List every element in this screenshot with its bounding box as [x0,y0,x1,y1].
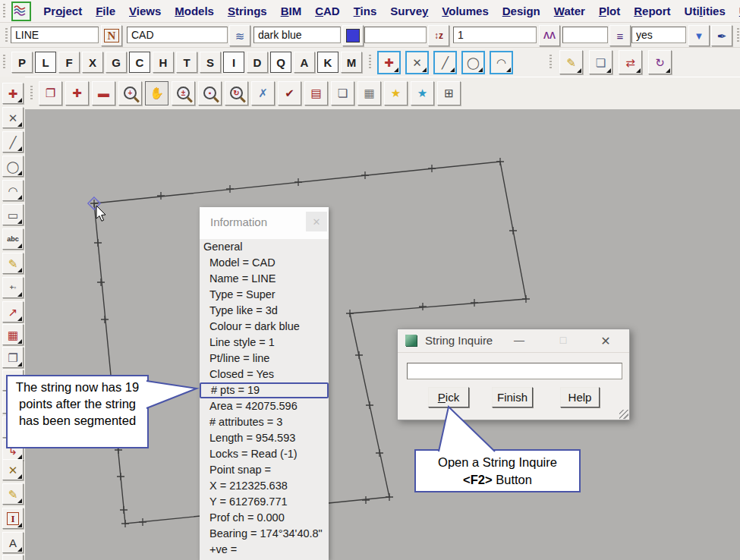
information-close-button[interactable]: ✕ [306,212,327,231]
name-field[interactable] [11,27,99,43]
menu-utilities[interactable]: Utilities [678,5,732,17]
cad-letter-M[interactable]: M [341,52,362,73]
menu-strings[interactable]: Strings [221,5,274,17]
string-inquire-titlebar[interactable]: String Inquire — □ ✕ [398,329,629,353]
colour-swatch-button[interactable] [342,25,364,46]
menu-volumes[interactable]: Volumes [435,5,495,17]
information-titlebar[interactable]: Information ✕ [200,207,329,239]
eyedropper-button[interactable]: ✒ [711,25,732,46]
view-grip[interactable] [30,86,34,101]
menu-survey[interactable]: Survey [383,5,435,17]
redraw-brush-icon-button[interactable]: ✔ [278,81,301,105]
plot-printer-icon-button[interactable]: ▤ [304,81,328,105]
cad-letter-I[interactable]: I [223,52,244,73]
edit-string-icon-button[interactable]: ✎ [2,483,24,505]
zoom-extents-icon-button[interactable]: + [118,81,142,105]
cad-letter-Q[interactable]: Q [270,52,291,73]
menu-design[interactable]: Design [496,5,547,17]
favourite-star-yellow-icon-button[interactable]: ★ [384,81,408,105]
crossing-strings-icon-button[interactable]: ✕ [2,107,24,128]
cad-letter-L[interactable]: L [35,52,56,73]
create-line-icon-button[interactable]: ╱ [2,131,24,153]
help-button[interactable]: Help [560,387,600,407]
line-weight-button[interactable]: ≡ [609,25,631,46]
zoom-in-out-icon-button[interactable]: ± [172,81,195,105]
menu-cad[interactable]: CAD [308,5,347,17]
menu-water[interactable]: Water [547,5,592,17]
string-swap-arrows-icon-button[interactable]: ⇄ [619,50,642,74]
finish-button[interactable]: Finish [492,387,533,407]
inquire-icon-button[interactable]: I [2,508,24,529]
menu-bim[interactable]: BIM [274,5,309,17]
cad-letter-H[interactable]: H [153,52,174,73]
more-tools-icon-button[interactable]: ▰ [2,555,24,560]
colour-field[interactable] [253,27,341,43]
snap-grip[interactable] [369,55,373,70]
create-point-icon-button[interactable]: ✚ [2,83,24,104]
menu-report[interactable]: Report [627,5,677,17]
add-view-icon-button[interactable]: ✚ [65,81,89,105]
cad-grip[interactable] [3,55,7,70]
snap-arc-icon-button[interactable]: ◠ [490,51,513,74]
tinable-dropdown-button[interactable]: ▼ [688,25,710,46]
snap-point-icon-button[interactable]: ✚ [377,51,401,74]
string-inquire-input[interactable] [407,363,622,379]
string-recalc-icon-button[interactable]: ↻ [648,50,672,74]
copy-view-icon-button[interactable]: ❏ [331,81,354,105]
cad-letter-A[interactable]: A [294,52,315,73]
weight-field[interactable] [453,27,537,43]
snap-line-icon-button[interactable]: ╱ [433,51,457,74]
cad-letter-X[interactable]: X [82,52,103,73]
menu-user[interactable]: User [732,5,740,17]
draw-symbol-icon-button[interactable]: ✎ [2,253,24,274]
zoom-previous-icon-button[interactable]: ↻ [225,81,248,105]
model-field[interactable] [127,27,228,43]
create-circle-icon-button[interactable]: ◯ [2,156,24,177]
resize-grip[interactable] [619,410,628,419]
tinable-field[interactable] [631,27,686,43]
menu-grip[interactable] [3,4,7,19]
cad-letter-G[interactable]: G [105,52,127,73]
delete-point-icon-button[interactable]: ✕ [2,459,24,480]
pick-button[interactable]: Pick [428,387,469,407]
plan-grid-icon-button[interactable]: ▦ [357,81,381,105]
menu-plot[interactable]: Plot [592,5,627,17]
create-text-icon-button[interactable]: abc [2,228,24,250]
cad-letter-K[interactable]: K [317,52,339,73]
create-arc-icon-button[interactable]: ◠ [2,180,24,201]
height-field[interactable] [364,27,427,43]
menu-views[interactable]: Views [122,5,168,17]
create-rectangle-icon-button[interactable]: ▭ [2,204,24,225]
z-scale-button[interactable]: ↕z [428,25,449,46]
point-symbol-icon-button[interactable]: +▫ [2,277,24,298]
cad-letter-S[interactable]: S [200,52,221,73]
model-layers-button[interactable]: ≋ [229,25,250,46]
window-layout-icon-button[interactable]: ⊞ [437,81,461,105]
cad-letter-P[interactable]: P [11,52,33,73]
cad-letter-D[interactable]: D [247,52,268,73]
minimize-icon[interactable]: — [512,334,527,346]
grid-icon-button[interactable]: ▦ [2,324,24,345]
format-grip[interactable] [5,28,9,43]
zoom-shrink-icon-button[interactable]: ▪ [198,81,222,105]
pan-hand-icon-button[interactable]: ✋ [145,81,168,105]
label-icon-button[interactable]: A [2,532,24,553]
menu-project[interactable]: Project [36,5,89,17]
menu-models[interactable]: Models [168,5,221,17]
wave-grip[interactable] [549,55,553,70]
menu-tins[interactable]: Tins [347,5,384,17]
snap-circle-icon-button[interactable]: ◯ [461,51,485,74]
measure-icon-button[interactable]: ↗ [2,301,24,322]
cad-letter-C[interactable]: C [129,52,150,73]
new-view-icon-button[interactable]: ❐ [2,347,24,368]
cad-letter-F[interactable]: F [58,52,80,73]
delete-view-icon-button[interactable]: ✗ [251,81,275,105]
close-icon[interactable]: ✕ [598,334,613,348]
maximize-icon[interactable]: □ [556,334,571,346]
snap-cross-icon-button[interactable]: ✕ [405,51,429,74]
menu-file[interactable]: File [89,5,122,17]
remove-view-icon-button[interactable]: ▬ [92,81,115,105]
name-list-button[interactable]: N [101,25,122,46]
format-grip-end[interactable] [737,28,740,43]
edit-string-pencil-icon-button[interactable]: ✎ [559,50,583,74]
